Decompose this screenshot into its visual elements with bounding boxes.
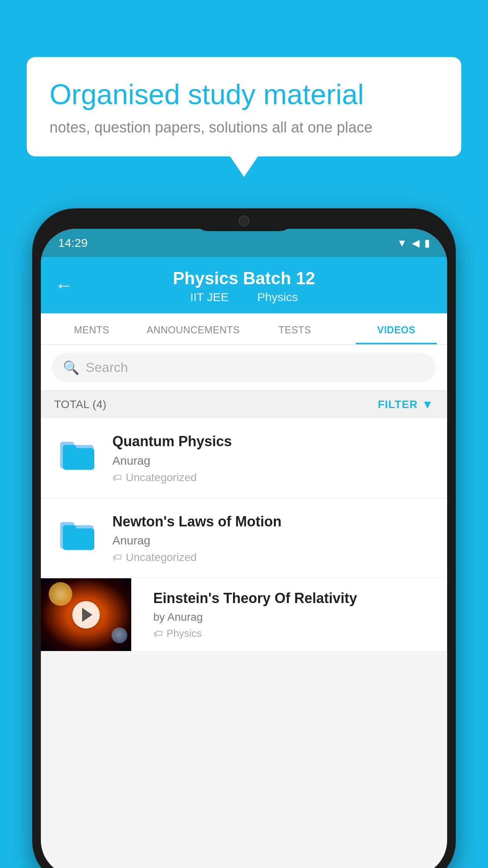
header-subtitle: IIT JEE Physics [55,291,433,304]
phone-notch [193,208,295,231]
list-item[interactable]: Quantum Physics Anurag 🏷 Uncategorized [41,418,447,498]
tag-label: Uncategorized [126,551,197,564]
tab-tests[interactable]: TESTS [244,313,346,344]
video-info: Einstein's Theory Of Relativity by Anura… [142,578,447,651]
video-tag: 🏷 Physics [153,627,436,640]
list-item[interactable]: Newton's Laws of Motion Anurag 🏷 Uncateg… [41,498,447,579]
tabs-bar: MENTS ANNOUNCEMENTS TESTS VIDEOS [41,313,447,345]
app-header: ← Physics Batch 12 IIT JEE Physics [41,257,447,313]
header-subtitle-part2: Physics [257,291,298,303]
header-subtitle-separator [241,291,248,303]
tag-icon: 🏷 [112,472,122,483]
tab-ments[interactable]: MENTS [41,313,143,344]
svg-rect-2 [63,448,94,470]
search-bar[interactable]: 🔍 Search [52,353,436,383]
filter-button[interactable]: FILTER ▼ [378,398,434,411]
search-container: 🔍 Search [41,345,447,391]
status-bar: 14:29 ▼ ◀ ▮ [41,229,447,257]
list-item[interactable]: Einstein's Theory Of Relativity by Anura… [41,578,447,651]
video-title: Einstein's Theory Of Relativity [153,589,436,608]
wifi-icon: ▼ [397,237,407,249]
video-author: by Anurag [153,611,436,623]
bubble-title: Organised study material [50,77,438,111]
filter-label: FILTER [378,398,418,411]
svg-rect-6 [63,528,94,550]
phone-screen: 14:29 ▼ ◀ ▮ ← Physics Batch 12 IIT JEE P… [41,229,447,868]
header-subtitle-part1: IIT JEE [190,291,229,303]
total-count-label: TOTAL (4) [54,398,106,411]
folder-icon [58,436,97,472]
play-triangle-icon [82,608,92,622]
video-folder-thumb [54,513,101,556]
video-thumbnail [41,578,131,651]
back-button[interactable]: ← [55,274,73,296]
video-tag: 🏷 Uncategorized [112,551,434,564]
search-icon: 🔍 [63,360,79,375]
tag-label: Uncategorized [126,471,197,484]
svg-rect-3 [63,445,76,451]
video-list: Quantum Physics Anurag 🏷 Uncategorized [41,418,447,652]
video-info: Newton's Laws of Motion Anurag 🏷 Uncateg… [112,513,434,564]
time-display: 14:29 [58,236,88,250]
thumbnail-bg [41,578,131,651]
tag-icon: 🏷 [153,628,163,639]
tag-label: Physics [167,627,202,640]
tab-announcements[interactable]: ANNOUNCEMENTS [143,313,244,344]
filter-bar: TOTAL (4) FILTER ▼ [41,391,447,418]
video-author: Anurag [112,534,434,547]
video-title: Quantum Physics [112,432,434,451]
header-title: Physics Batch 12 [55,268,433,289]
video-tag: 🏷 Uncategorized [112,471,434,484]
tab-videos[interactable]: VIDEOS [346,313,448,344]
video-folder-thumb [54,432,101,476]
tag-icon: 🏷 [112,552,122,563]
phone-frame: 14:29 ▼ ◀ ▮ ← Physics Batch 12 IIT JEE P… [32,208,456,868]
front-camera [238,215,250,226]
signal-icon: ◀ [412,237,420,249]
filter-icon: ▼ [422,398,434,411]
video-title: Newton's Laws of Motion [112,513,434,531]
folder-icon [58,517,97,552]
play-button[interactable] [72,601,100,629]
svg-rect-7 [63,525,76,531]
video-info: Quantum Physics Anurag 🏷 Uncategorized [112,432,434,484]
bubble-subtitle: notes, question papers, solutions all at… [50,119,438,136]
video-author: Anurag [112,454,434,467]
search-placeholder: Search [86,360,128,375]
battery-icon: ▮ [424,237,430,249]
status-icons: ▼ ◀ ▮ [397,237,430,249]
speech-bubble-container: Organised study material notes, question… [27,57,461,156]
speech-bubble: Organised study material notes, question… [27,57,461,156]
